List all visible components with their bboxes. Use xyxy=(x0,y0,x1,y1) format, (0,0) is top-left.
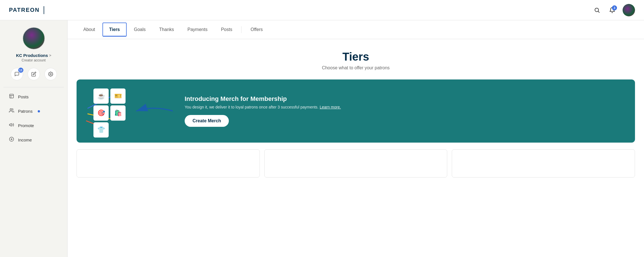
tier-card-2 xyxy=(264,149,448,178)
edit-button[interactable] xyxy=(28,68,40,80)
sidebar-item-promote[interactable]: Promote xyxy=(5,118,63,133)
tier-card-1 xyxy=(77,149,260,178)
merch-icon-ticket: 🎫 xyxy=(110,88,126,104)
merch-text-content: Introducing Merch for Membership You des… xyxy=(185,95,624,127)
logo-divider xyxy=(44,6,44,14)
sidebar-item-patrons-label: Patrons xyxy=(18,109,33,114)
sidebar-actions: 13 xyxy=(11,68,57,80)
svg-line-1 xyxy=(598,11,599,12)
svg-rect-3 xyxy=(10,94,14,98)
patrons-dot-indicator xyxy=(38,110,40,112)
creator-name[interactable]: KC Productions > xyxy=(16,53,51,58)
tab-separator xyxy=(241,26,242,33)
svg-point-6 xyxy=(10,108,12,110)
sidebar-nav: Posts Patrons Promote Income xyxy=(0,90,67,147)
tab-tiers[interactable]: Tiers xyxy=(102,23,127,37)
sidebar-item-posts-label: Posts xyxy=(18,94,29,99)
settings-button[interactable] xyxy=(44,68,57,80)
patrons-icon xyxy=(9,108,14,114)
merch-icon-empty xyxy=(110,122,126,138)
tier-card-3 xyxy=(452,149,635,178)
merch-banner: ☕ 🎫 🎯 🛍️ 👕 xyxy=(77,79,635,143)
arrow-icon xyxy=(131,103,176,119)
merch-description: You design it, we deliver it to loyal pa… xyxy=(185,105,624,109)
messages-button[interactable]: 13 xyxy=(11,68,23,80)
sidebar-item-income[interactable]: Income xyxy=(5,133,63,147)
tab-about[interactable]: About xyxy=(77,21,102,38)
merch-title: Introducing Merch for Membership xyxy=(185,95,624,103)
merch-icon-shirt: 👕 xyxy=(93,122,109,138)
page-title: Tiers xyxy=(77,50,635,63)
tab-goals[interactable]: Goals xyxy=(127,21,153,38)
sidebar: KC Productions > Creator account 13 xyxy=(0,20,68,257)
main-content-area: About Tiers Goals Thanks Payments Posts … xyxy=(68,20,644,257)
header-left: PATREON xyxy=(9,6,44,14)
merch-icon-mug: ☕ xyxy=(93,88,109,104)
tier-cards-row xyxy=(77,149,635,178)
notification-count: 3 xyxy=(612,5,617,10)
learn-more-link[interactable]: Learn more. xyxy=(320,105,341,109)
creator-type: Creator account xyxy=(22,58,46,62)
header: PATREON 3 xyxy=(0,0,644,20)
notifications-button[interactable]: 3 xyxy=(607,5,617,15)
merch-icon-bag: 🛍️ xyxy=(110,105,126,121)
sidebar-avatar xyxy=(23,27,45,50)
income-icon xyxy=(9,137,14,143)
sidebar-item-posts[interactable]: Posts xyxy=(5,90,63,104)
sidebar-item-income-label: Income xyxy=(18,138,32,142)
promote-icon xyxy=(9,122,14,129)
tab-payments[interactable]: Payments xyxy=(181,21,214,38)
merch-icon-target: 🎯 xyxy=(93,105,109,121)
user-avatar[interactable] xyxy=(623,4,635,16)
tab-thanks[interactable]: Thanks xyxy=(153,21,181,38)
body-layout: KC Productions > Creator account 13 xyxy=(0,20,644,257)
tab-offers[interactable]: Offers xyxy=(244,21,269,38)
search-icon xyxy=(594,7,600,13)
header-right: 3 xyxy=(592,4,635,16)
tabs-bar: About Tiers Goals Thanks Payments Posts … xyxy=(68,20,644,39)
message-count: 13 xyxy=(18,68,23,73)
edit-icon xyxy=(31,72,36,77)
sidebar-item-patrons[interactable]: Patrons xyxy=(5,104,63,118)
logo: PATREON xyxy=(9,7,40,13)
message-icon xyxy=(14,72,19,77)
create-merch-button[interactable]: Create Merch xyxy=(185,115,229,127)
search-button[interactable] xyxy=(592,5,602,15)
page-content: Tiers Choose what to offer your patrons xyxy=(68,39,644,257)
avatar-image xyxy=(623,4,635,16)
gear-icon xyxy=(48,72,53,77)
sidebar-divider xyxy=(3,87,64,87)
svg-marker-7 xyxy=(10,123,12,127)
tab-posts[interactable]: Posts xyxy=(214,21,239,38)
svg-point-2 xyxy=(50,74,51,75)
creator-chevron-icon: > xyxy=(49,53,51,57)
posts-icon xyxy=(9,94,14,100)
page-subtitle: Choose what to offer your patrons xyxy=(77,65,635,70)
sidebar-item-promote-label: Promote xyxy=(18,123,34,128)
